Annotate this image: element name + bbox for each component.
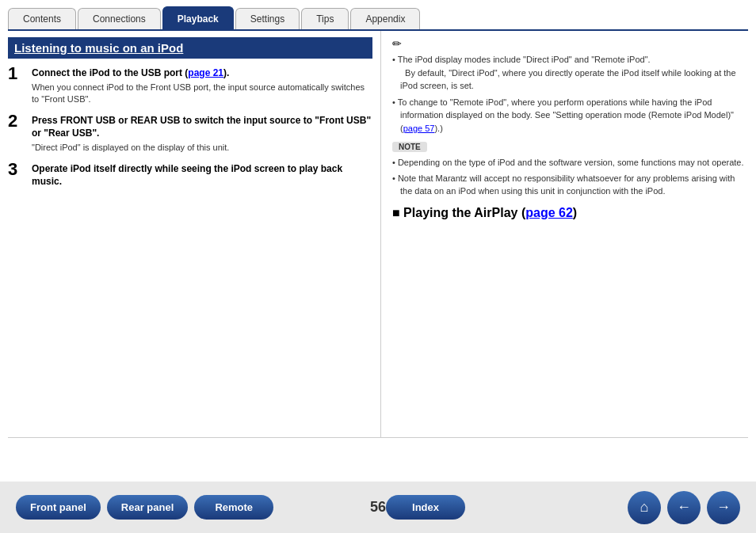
step-3-number: 3 (8, 161, 25, 178)
footer-left-buttons: Front panel Rear panel Remote (16, 495, 273, 520)
note-bullet-2: • To change to "Remote iPod", where you … (392, 96, 748, 135)
footer: Front panel Rear panel Remote 56 Index ⌂… (0, 482, 756, 533)
tab-contents[interactable]: Contents (8, 8, 76, 29)
note-bullet-1: • The iPod display modes include "Direct… (392, 53, 748, 93)
back-button[interactable]: ← (667, 491, 701, 524)
note-page57-link[interactable]: page 57 (403, 124, 435, 133)
note-box-bullets: • Depending on the type of iPod and the … (392, 156, 748, 198)
step-1-heading: Connect the iPod to the USB port (page 2… (32, 67, 372, 80)
step-2-content: Press FRONT USB or REAR USB to switch th… (32, 114, 372, 154)
tab-connections[interactable]: Connections (78, 8, 161, 29)
page-number: 56 (370, 499, 386, 516)
step-1: 1 Connect the iPod to the USB port (page… (8, 67, 372, 106)
airplay-link[interactable]: page 62 (525, 206, 573, 219)
content-footer-divider (8, 437, 748, 438)
main-content: Listening to music on an iPod 1 Connect … (0, 31, 756, 437)
step-2-heading: Press FRONT USB or REAR USB to switch th… (32, 114, 372, 141)
index-button[interactable]: Index (386, 495, 465, 520)
airplay-heading: ■ Playing the AirPlay (page 62) (392, 206, 748, 220)
home-button[interactable]: ⌂ (628, 491, 661, 524)
section-title: Listening to music on an iPod (8, 37, 372, 59)
step-1-link[interactable]: page 21 (188, 67, 223, 78)
right-panel: ✏ • The iPod display modes include "Dire… (380, 31, 748, 437)
nav-tabs: Contents Connections Playback Settings T… (0, 0, 756, 29)
tab-settings[interactable]: Settings (235, 8, 300, 29)
note-label: NOTE (392, 142, 427, 152)
tab-playback[interactable]: Playback (162, 6, 234, 29)
step-3: 3 Operate iPod itself directly while see… (8, 162, 372, 191)
step-1-number: 1 (8, 65, 25, 82)
step-2: 2 Press FRONT USB or REAR USB to switch … (8, 114, 372, 154)
remote-button[interactable]: Remote (194, 495, 273, 520)
index-button-container: Index (386, 495, 465, 520)
note-item-2: • Note that Marantz will accept no respo… (392, 172, 748, 198)
pencil-icon: ✏ (392, 37, 748, 50)
step-2-number: 2 (8, 112, 25, 130)
note-item-1: • Depending on the type of iPod and the … (392, 156, 748, 169)
step-3-heading: Operate iPod itself directly while seein… (32, 162, 372, 189)
step-2-body: "Direct iPod" is displayed on the displa… (32, 142, 372, 154)
front-panel-button[interactable]: Front panel (16, 495, 101, 520)
footer-right-buttons: ⌂ ← → (628, 491, 740, 524)
note-bullets: • The iPod display modes include "Direct… (392, 53, 748, 135)
left-panel: Listening to music on an iPod 1 Connect … (8, 31, 380, 437)
rear-panel-button[interactable]: Rear panel (107, 495, 188, 520)
forward-button[interactable]: → (707, 491, 740, 524)
step-1-content: Connect the iPod to the USB port (page 2… (32, 67, 372, 106)
tab-tips[interactable]: Tips (301, 8, 349, 29)
step-1-body: When you connect iPod to the Front USB p… (32, 82, 372, 106)
tab-appendix[interactable]: Appendix (350, 8, 420, 29)
step-3-content: Operate iPod itself directly while seein… (32, 162, 372, 191)
